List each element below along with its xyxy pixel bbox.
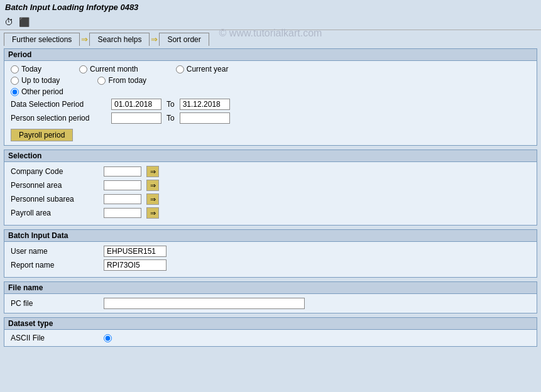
person-selection-to-input[interactable] bbox=[180, 112, 230, 124]
sel-label-0: Company Code bbox=[11, 167, 99, 176]
selection-header: Selection bbox=[4, 150, 537, 162]
selection-rows: Company Code⇒Personnel area⇒Personnel su… bbox=[11, 166, 530, 219]
clock-icon[interactable]: ⏱ bbox=[3, 16, 15, 28]
ascii-file-row: ASCII File bbox=[11, 334, 530, 342]
file-name-section: File name PC file bbox=[4, 281, 537, 313]
selection-row-0: Company Code⇒ bbox=[11, 166, 530, 177]
pc-file-label: PC file bbox=[11, 299, 99, 308]
tab-search-helps[interactable]: Search helps bbox=[89, 33, 150, 46]
radio-current-month[interactable]: Current month bbox=[79, 65, 138, 74]
batch-input-1[interactable] bbox=[104, 259, 167, 271]
selection-row-1: Personnel area⇒ bbox=[11, 180, 530, 191]
ascii-file-radio[interactable] bbox=[104, 334, 112, 342]
radio-current-year-label: Current year bbox=[187, 65, 229, 74]
page-title: Batch Input Loading Infotype 0483 bbox=[0, 0, 541, 14]
tab-further-selections[interactable]: Further selections bbox=[4, 33, 80, 46]
batch-input-section: Batch Input Data User nameReport name bbox=[4, 229, 537, 278]
sel-arrow-btn-3[interactable]: ⇒ bbox=[146, 207, 159, 219]
dataset-type-header: Dataset type bbox=[4, 318, 537, 330]
data-selection-label: Data Selection Period bbox=[11, 100, 111, 109]
radio-today-input[interactable] bbox=[11, 65, 19, 74]
radio-today-label: Today bbox=[21, 65, 41, 74]
radio-current-month-input[interactable] bbox=[79, 65, 87, 74]
data-selection-to-input[interactable] bbox=[180, 99, 230, 110]
batch-label-0: User name bbox=[11, 247, 99, 256]
sel-input-0[interactable] bbox=[104, 166, 141, 177]
person-selection-to-label: To bbox=[167, 114, 175, 122]
payroll-period-button[interactable]: Payroll period bbox=[11, 129, 73, 141]
dataset-type-section: Dataset type ASCII File bbox=[4, 317, 537, 347]
person-selection-from-input[interactable] bbox=[111, 112, 161, 124]
tab-arrow-1: ⇒ bbox=[81, 35, 88, 44]
radio-up-to-today[interactable]: Up to today bbox=[11, 76, 60, 85]
data-selection-row: Data Selection Period To bbox=[11, 99, 530, 110]
tab-further-selections-label: Further selections bbox=[12, 35, 72, 44]
tab-sort-order-label: Sort order bbox=[167, 35, 200, 44]
radio-other-period-label: Other period bbox=[21, 87, 63, 96]
sel-arrow-btn-0[interactable]: ⇒ bbox=[146, 166, 159, 177]
block-icon[interactable]: ⬛ bbox=[18, 16, 30, 28]
radio-other-period-input[interactable] bbox=[11, 88, 19, 96]
selection-section: Selection Company Code⇒Personnel area⇒Pe… bbox=[4, 150, 537, 226]
tab-sort-order[interactable]: Sort order bbox=[159, 33, 209, 46]
batch-input-0[interactable] bbox=[104, 246, 167, 257]
radio-from-today[interactable]: From today bbox=[97, 76, 146, 85]
radio-row-3: Other period bbox=[11, 87, 530, 96]
data-selection-to-label: To bbox=[167, 100, 175, 109]
sel-label-1: Personnel area bbox=[11, 181, 99, 190]
period-header: Period bbox=[4, 49, 537, 61]
selection-body: Company Code⇒Personnel area⇒Personnel su… bbox=[4, 162, 537, 225]
toolbar: ⏱ ⬛ bbox=[0, 14, 541, 30]
sel-arrow-btn-1[interactable]: ⇒ bbox=[146, 180, 159, 191]
file-name-body: PC file bbox=[4, 294, 537, 313]
sel-input-1[interactable] bbox=[104, 180, 141, 190]
ascii-file-label: ASCII File bbox=[11, 334, 99, 342]
radio-from-today-label: From today bbox=[108, 76, 146, 85]
main-content: Period Today Current month Current year bbox=[0, 46, 541, 353]
selection-row-2: Personnel subarea⇒ bbox=[11, 193, 530, 205]
tab-arrow-2: ⇒ bbox=[151, 35, 158, 44]
pc-file-input[interactable] bbox=[104, 298, 305, 309]
radio-from-today-input[interactable] bbox=[97, 77, 106, 85]
data-selection-from-input[interactable] bbox=[111, 99, 161, 110]
sel-input-2[interactable] bbox=[104, 194, 141, 204]
period-section: Period Today Current month Current year bbox=[4, 48, 537, 146]
radio-current-month-label: Current month bbox=[90, 65, 138, 74]
radio-today[interactable]: Today bbox=[11, 65, 41, 74]
radio-row-1: Today Current month Current year bbox=[11, 65, 530, 74]
dataset-type-body: ASCII File bbox=[4, 330, 537, 346]
sel-label-2: Personnel subarea bbox=[11, 195, 99, 204]
batch-input-header: Batch Input Data bbox=[4, 230, 537, 242]
batch-row-1: Report name bbox=[11, 259, 530, 271]
radio-current-year[interactable]: Current year bbox=[176, 65, 229, 74]
batch-label-1: Report name bbox=[11, 261, 99, 270]
radio-other-period[interactable]: Other period bbox=[11, 87, 63, 96]
radio-row-2: Up to today From today bbox=[11, 76, 530, 85]
batch-input-body: User nameReport name bbox=[4, 242, 537, 277]
tab-search-helps-label: Search helps bbox=[97, 35, 141, 44]
radio-current-year-input[interactable] bbox=[176, 65, 184, 74]
selection-row-3: Payroll area⇒ bbox=[11, 207, 530, 219]
person-selection-label: Person selection period bbox=[11, 114, 111, 122]
sel-input-3[interactable] bbox=[104, 208, 141, 218]
tabs-bar: Further selections ⇒ Search helps ⇒ Sort… bbox=[0, 30, 541, 46]
sel-arrow-btn-2[interactable]: ⇒ bbox=[146, 193, 159, 205]
radio-up-to-today-input[interactable] bbox=[11, 77, 19, 85]
file-name-header: File name bbox=[4, 282, 537, 294]
payroll-period-row: Payroll period bbox=[11, 126, 530, 141]
batch-rows: User nameReport name bbox=[11, 246, 530, 271]
batch-row-0: User name bbox=[11, 246, 530, 257]
sel-label-3: Payroll area bbox=[11, 209, 99, 217]
radio-up-to-today-label: Up to today bbox=[21, 76, 60, 85]
period-body: Today Current month Current year Up to t… bbox=[4, 61, 537, 145]
person-selection-row: Person selection period To bbox=[11, 112, 530, 124]
pc-file-row: PC file bbox=[11, 298, 530, 309]
